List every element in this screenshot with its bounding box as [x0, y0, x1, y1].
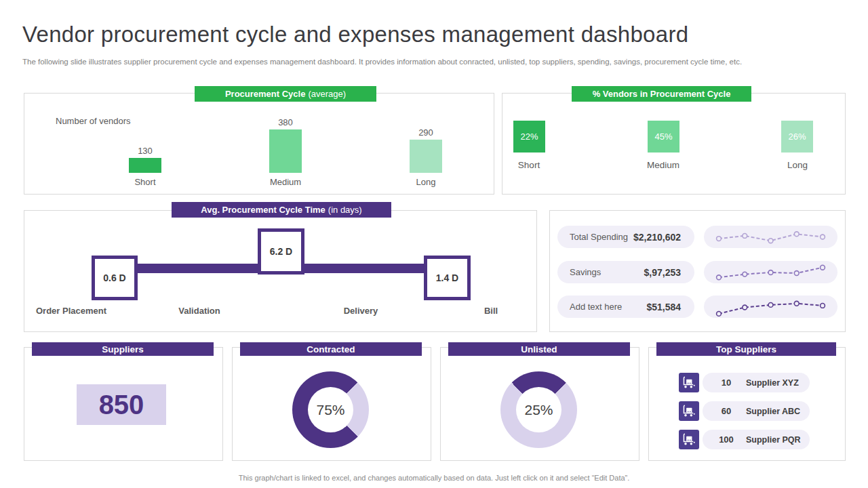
pct-square-short-label: 22% — [520, 131, 538, 142]
footer-note: This graph/chart is linked to excel, and… — [0, 474, 868, 482]
expense-row-add-text: Add text here $51,584 — [557, 296, 694, 318]
top-suppliers-header: Top Suppliers — [656, 342, 836, 356]
expense-value-1: $2,210,602 — [633, 232, 681, 243]
stage-validation: Validation — [149, 306, 250, 316]
bar-rect-medium[interactable] — [269, 129, 302, 173]
milestone-box-validation[interactable]: 6.2 D — [258, 228, 304, 274]
bar-value-short: 130 — [138, 146, 153, 156]
expense-row-savings: Savings $,97,253 — [557, 261, 694, 283]
vendor-pct-header-label: % Vendors in Procurement Cycle — [593, 89, 731, 99]
contracted-donut-hole: 75% — [308, 387, 353, 432]
handtruck-icon — [679, 373, 699, 392]
milestone-value-3: 1.4 D — [436, 272, 458, 283]
supplier-count-1: 10 — [713, 378, 739, 388]
stage-delivery: Delivery — [310, 306, 412, 316]
expense-label-1: Total Spending — [570, 232, 628, 242]
procurement-cycle-header-suffix: (average) — [308, 89, 346, 99]
pct-cat-long: Long — [766, 160, 829, 170]
pct-square-medium-label: 45% — [654, 131, 672, 142]
milestone-value-2: 6.2 D — [270, 246, 292, 257]
pct-square-long[interactable]: 26% — [781, 121, 813, 152]
stage-order-placement: Order Placement — [20, 306, 122, 316]
contracted-donut[interactable]: 75% — [292, 371, 369, 448]
page-title: Vendor procurement cycle and expenses ma… — [22, 22, 688, 47]
cycle-time-header: Avg. Procurement Cycle Time (in days) — [172, 202, 391, 218]
bar-cat-long: Long — [399, 177, 453, 187]
pct-cat-medium: Medium — [631, 160, 695, 170]
axis-label-number-of-vendors: Number of vendors — [56, 116, 131, 126]
cycle-time-header-suffix: (in days) — [328, 205, 362, 215]
milestone-box-bill[interactable]: 1.4 D — [424, 256, 471, 300]
stage-bill: Bill — [440, 306, 542, 316]
milestone-box-order-placement[interactable]: 0.6 D — [92, 256, 138, 300]
unlisted-pct-label: 25% — [524, 402, 553, 418]
top-supplier-row-1[interactable]: 10 Supplier XYZ — [703, 373, 810, 392]
handtruck-icon — [679, 430, 699, 449]
pct-square-long-label: 26% — [788, 131, 806, 142]
procurement-cycle-header: Procurement Cycle (average) — [195, 86, 376, 102]
suppliers-header: Suppliers — [32, 342, 214, 356]
expense-row-total-spending: Total Spending $2,210,602 — [557, 226, 694, 248]
bar-cat-short: Short — [118, 177, 172, 187]
cycle-time-header-label: Avg. Procurement Cycle Time — [201, 205, 326, 215]
bar-cat-medium: Medium — [258, 177, 313, 187]
supplier-name-1: Supplier XYZ — [746, 378, 799, 388]
expense-value-2: $,97,253 — [644, 267, 682, 278]
bar-value-long: 290 — [418, 127, 433, 138]
page-subtitle: The following slide illustrates supplier… — [22, 58, 742, 66]
unlisted-header: Unlisted — [448, 342, 630, 356]
sparkline-add-text[interactable] — [704, 296, 837, 318]
milestone-value-1: 0.6 D — [103, 272, 125, 283]
pct-square-short[interactable]: 22% — [513, 121, 545, 152]
expense-label-3: Add text here — [570, 302, 622, 312]
sparkline-savings[interactable] — [704, 261, 837, 283]
contracted-header: Contracted — [240, 342, 422, 356]
top-supplier-row-2[interactable]: 60 Supplier ABC — [703, 401, 810, 421]
unlisted-donut[interactable]: 25% — [500, 371, 577, 448]
expense-value-3: $51,584 — [646, 302, 681, 312]
top-supplier-row-3[interactable]: 100 Supplier PQR — [703, 430, 810, 449]
unlisted-donut-hole: 25% — [516, 387, 561, 432]
bar-rect-long[interactable] — [410, 140, 442, 173]
suppliers-count: 850 — [99, 390, 144, 420]
vendor-pct-header: % Vendors in Procurement Cycle — [572, 86, 751, 102]
contracted-pct-label: 75% — [316, 402, 344, 418]
bar-rect-short[interactable] — [129, 158, 161, 173]
procurement-cycle-header-label: Procurement Cycle — [225, 89, 306, 99]
suppliers-count-box[interactable]: 850 — [77, 384, 166, 425]
supplier-count-3: 100 — [713, 434, 739, 445]
sparkline-total-spending[interactable] — [704, 226, 837, 248]
supplier-count-2: 60 — [713, 406, 739, 416]
slide-canvas: Vendor procurement cycle and expenses ma… — [0, 0, 868, 488]
bar-short[interactable]: 130 — [129, 146, 161, 173]
pct-cat-short: Short — [497, 160, 561, 170]
bar-long[interactable]: 290 — [410, 127, 442, 173]
expense-label-2: Savings — [570, 267, 601, 277]
bar-value-medium: 380 — [278, 117, 293, 127]
bar-medium[interactable]: 380 — [269, 117, 302, 173]
handtruck-icon — [679, 401, 699, 421]
supplier-name-2: Supplier ABC — [746, 407, 800, 416]
supplier-name-3: Supplier PQR — [746, 435, 801, 445]
pct-square-medium[interactable]: 45% — [648, 121, 679, 152]
